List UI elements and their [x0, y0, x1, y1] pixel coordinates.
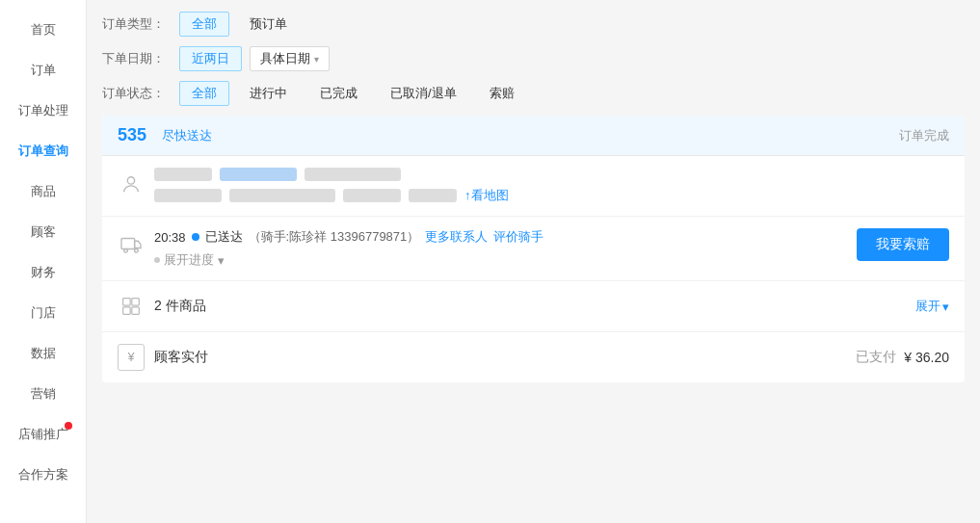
order-type-label: 订单类型： [102, 15, 179, 33]
order-number: 535 [118, 125, 146, 145]
blur-addr1 [154, 189, 222, 202]
main-content: 订单类型： 全部 预订单 下单日期： 近两日 具体日期 ▾ 订单状态： 全部 进… [87, 0, 980, 523]
address-line1 [154, 168, 949, 181]
delivery-right: 我要索赔 [857, 228, 949, 261]
sidebar-item-data[interactable]: 数据 [0, 333, 86, 374]
expand-goods-btn[interactable]: 展开 ▾ [915, 298, 949, 315]
date-recent-btn[interactable]: 近两日 [179, 46, 242, 71]
svg-rect-5 [132, 299, 140, 306]
order-status: 订单完成 [899, 127, 949, 144]
sidebar-item-label: 门店 [31, 305, 56, 320]
badge-dot [65, 422, 72, 430]
svg-point-3 [135, 248, 139, 252]
sidebar-item-order[interactable]: 订单 [0, 50, 86, 91]
address-content: ↑看地图 [154, 168, 949, 204]
delivery-time: 20:38 [154, 230, 186, 245]
goods-left: 2 件商品 [118, 293, 206, 320]
order-status-filter: 订单状态： 全部 进行中 已完成 已取消/退单 索赔 [102, 81, 965, 106]
goods-icon [118, 293, 145, 320]
svg-rect-7 [132, 307, 140, 315]
sidebar-item-label: 营销 [31, 386, 56, 401]
svg-rect-1 [121, 239, 135, 249]
order-type-prebook[interactable]: 预订单 [237, 12, 300, 37]
blur-name [154, 168, 212, 181]
date-filter: 下单日期： 近两日 具体日期 ▾ [102, 46, 965, 71]
progress-dot [154, 257, 160, 263]
order-type-filter: 订单类型： 全部 预订单 [102, 12, 965, 37]
sidebar-item-marketing[interactable]: 营销 [0, 374, 86, 414]
blur-addr4 [409, 189, 457, 202]
payment-status: 已支付 [856, 349, 896, 366]
map-link[interactable]: ↑看地图 [464, 187, 509, 204]
sidebar-item-store[interactable]: 门店 [0, 293, 86, 333]
date-specific-btn[interactable]: 具体日期 ▾ [250, 46, 330, 71]
payment-icon: ¥ [118, 344, 145, 371]
svg-rect-6 [123, 307, 131, 315]
sidebar-item-label: 订单 [31, 63, 56, 77]
goods-count: 2 件商品 [154, 298, 206, 315]
payment-section: ¥ 顾客实付 已支付 ¥ 36.20 [102, 332, 965, 382]
sidebar-item-label: 财务 [31, 265, 56, 279]
delivered-dot [192, 233, 199, 241]
sidebar-item-label: 订单查询 [18, 144, 68, 158]
payment-right: 已支付 ¥ 36.20 [856, 349, 949, 366]
sidebar-item-label: 数据 [31, 346, 56, 360]
address-section: ↑看地图 [102, 156, 965, 217]
more-contact-link[interactable]: 更多联系人 [425, 228, 488, 246]
person-icon [118, 171, 145, 198]
svg-point-0 [127, 177, 134, 184]
status-completed[interactable]: 已完成 [307, 81, 370, 106]
sidebar-item-label: 首页 [31, 22, 56, 37]
sidebar-item-order-processing[interactable]: 订单处理 [0, 91, 86, 131]
blur-addr2 [229, 189, 335, 202]
chevron-down-icon: ▾ [218, 253, 225, 268]
order-type-all[interactable]: 全部 [179, 12, 229, 37]
sidebar-item-goods[interactable]: 商品 [0, 171, 86, 212]
date-specific-label: 具体日期 [260, 50, 310, 67]
order-type: 尽快送达 [162, 127, 212, 144]
blur-tag [220, 168, 297, 181]
progress-toggle[interactable]: 展开进度 ▾ [154, 251, 847, 269]
status-inprogress[interactable]: 进行中 [237, 81, 300, 106]
order-header: 535 尽快送达 订单完成 [102, 116, 965, 156]
progress-label: 展开进度 [164, 251, 214, 269]
yen-icon: ¥ [128, 351, 135, 364]
sidebar-item-label: 店铺推广 [18, 427, 68, 441]
claim-button[interactable]: 我要索赔 [857, 228, 949, 261]
date-options: 近两日 具体日期 ▾ [179, 46, 330, 71]
sidebar-item-label: 商品 [31, 184, 56, 198]
sidebar: 首页 订单 订单处理 订单查询 商品 顾客 财务 门店 数据 营销 店铺推广 合… [0, 0, 87, 523]
payment-amount: ¥ 36.20 [904, 350, 949, 365]
goods-section: 2 件商品 展开 ▾ [102, 281, 965, 332]
rate-rider-link[interactable]: 评价骑手 [493, 228, 543, 246]
chevron-down-icon: ▾ [314, 54, 319, 65]
order-type-options: 全部 预订单 [179, 12, 300, 37]
sidebar-item-home[interactable]: 首页 [0, 10, 86, 50]
blur-addr3 [343, 189, 401, 202]
delivery-content: 20:38 已送达 （骑手:陈珍祥 13396779871） 更多联系人 评价骑… [154, 228, 847, 269]
svg-point-2 [124, 248, 128, 252]
order-status-options: 全部 进行中 已完成 已取消/退单 索赔 [179, 81, 527, 106]
blur-phone [305, 168, 401, 181]
expand-label: 展开 [915, 298, 940, 315]
sidebar-item-label: 顾客 [31, 224, 56, 239]
delivery-main: 20:38 已送达 （骑手:陈珍祥 13396779871） 更多联系人 评价骑… [154, 228, 847, 246]
sidebar-item-order-query[interactable]: 订单查询 [0, 131, 86, 171]
expand-chevron-icon: ▾ [942, 300, 949, 314]
sidebar-item-customer[interactable]: 顾客 [0, 212, 86, 252]
status-cancelled[interactable]: 已取消/退单 [378, 81, 469, 106]
status-claim[interactable]: 索赔 [477, 81, 527, 106]
delivery-icon [118, 230, 145, 257]
payment-label: 顾客实付 [154, 349, 208, 366]
sidebar-item-promotion[interactable]: 店铺推广 [0, 414, 86, 455]
payment-left: ¥ 顾客实付 [118, 344, 208, 371]
delivery-status: 已送达 [205, 228, 243, 246]
sidebar-item-finance[interactable]: 财务 [0, 252, 86, 293]
order-card: 535 尽快送达 订单完成 [102, 116, 965, 382]
order-status-label: 订单状态： [102, 85, 179, 102]
sidebar-item-label: 合作方案 [18, 467, 68, 482]
date-label: 下单日期： [102, 50, 179, 67]
status-all[interactable]: 全部 [179, 81, 229, 106]
sidebar-item-partnership[interactable]: 合作方案 [0, 455, 86, 495]
delivery-detail: （骑手:陈珍祥 13396779871） [249, 228, 420, 246]
